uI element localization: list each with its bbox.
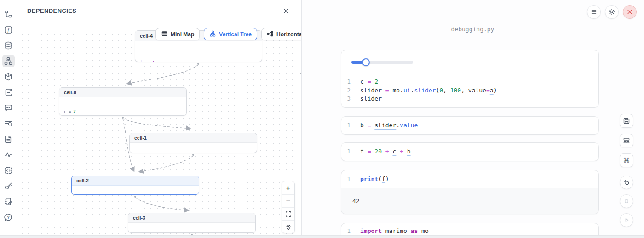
logs-icon[interactable] (2, 117, 15, 130)
cells-column: 1c = 2 2slider = mo.ui.slider(0, 100, va… (341, 50, 599, 238)
code-line: slider (355, 95, 382, 103)
line-number: 1 (341, 147, 355, 156)
graph-node-code: print(f) (128, 223, 255, 233)
code-line: import marimo as mo (355, 227, 429, 236)
graph-node-title: cell-3 (128, 213, 255, 223)
gear-icon (608, 8, 615, 16)
chat-icon[interactable] (2, 102, 15, 114)
keyboard-shortcuts-button[interactable]: ⌘ (620, 153, 633, 167)
help-icon[interactable]: ? (2, 211, 15, 223)
code-editor[interactable]: 1f = 20 + c + b (341, 143, 598, 161)
zoom-out-button[interactable]: − (282, 194, 294, 207)
slider-thumb[interactable] (362, 58, 370, 66)
code-editor[interactable]: 1b = slider.value (341, 117, 598, 135)
play-icon (623, 217, 630, 223)
graph-node-code: f = 20 + c + b (72, 186, 199, 195)
cell-slider: 1c = 2 2slider = mo.ui.slider(0, 100, va… (341, 50, 599, 108)
line-number: 2 (341, 86, 355, 95)
map-pin-icon (285, 224, 292, 230)
notebook-icon[interactable] (2, 195, 15, 208)
stop-button[interactable] (620, 194, 633, 208)
graph-settings-button[interactable] (300, 68, 301, 78)
datasources-icon[interactable] (2, 39, 15, 51)
graph-node-code: b = slider.value (130, 143, 257, 153)
code-line: print(f) (355, 175, 389, 184)
scratchpad-icon[interactable] (2, 86, 15, 98)
tracing-icon[interactable] (2, 148, 15, 161)
layout-button[interactable] (620, 134, 633, 147)
zoom-in-button[interactable]: + (282, 181, 294, 194)
graph-node-code: c = 2 slider = mo.ui.slider(0, 100, valu… (59, 97, 186, 116)
layout-icon (623, 137, 630, 144)
undo-button[interactable] (620, 176, 633, 189)
graph-view-toolbar: Mini Map Vertical Tree Horizontal Tree (155, 28, 301, 40)
app-window: f ? DEPENDENCIES (0, 0, 644, 238)
hamburger-icon (591, 9, 597, 15)
cell-output-slider (341, 50, 598, 74)
minus-icon: − (286, 197, 291, 205)
notebook-side-actions: ⌘ (620, 114, 633, 232)
undo-icon (623, 179, 630, 186)
code-editor[interactable]: 1c = 2 2slider = mo.ui.slider(0, 100, va… (341, 74, 598, 107)
graph-node-cell-1[interactable]: cell-1 b = slider.value (129, 133, 257, 153)
secrets-icon[interactable] (2, 180, 15, 192)
panel-close-button[interactable] (281, 6, 291, 16)
code-line: c = 2 (355, 78, 378, 86)
svg-text:f: f (8, 27, 10, 32)
documentation-icon[interactable] (2, 133, 15, 145)
locate-button[interactable] (282, 220, 294, 233)
menu-button[interactable] (587, 5, 601, 19)
plus-icon: + (286, 184, 291, 192)
mini-map-icon (161, 30, 168, 39)
code-editor[interactable]: 1print(f) (341, 170, 598, 188)
graph-node-cell-0[interactable]: cell-0 c = 2 slider = mo.ui.slider(0, 10… (59, 87, 187, 116)
close-icon (627, 9, 632, 15)
fullscreen-icon (285, 211, 292, 217)
cell-f: 1f = 20 + c + b (341, 142, 599, 161)
line-number: 1 (341, 78, 355, 86)
graph-node-title: cell-1 (130, 133, 257, 143)
code-line: f = 20 + c + b (355, 147, 411, 156)
settings-button[interactable] (605, 5, 619, 19)
shutdown-button[interactable] (623, 5, 637, 19)
fit-view-button[interactable] (282, 207, 294, 220)
packages-icon[interactable] (2, 70, 15, 83)
dependencies-header: DEPENDENCIES (17, 0, 301, 22)
slider-control[interactable] (351, 61, 413, 64)
notebook-filename: debugging.py (302, 26, 644, 33)
code-line: slider = mo.ui.slider(0, 100, value=a) (355, 86, 497, 95)
vertical-tree-toggle[interactable]: Vertical Tree (204, 28, 257, 40)
cell-print: 1print(f) 42 (341, 170, 599, 215)
line-number: 1 (341, 121, 355, 130)
vertical-tree-label: Vertical Tree (219, 31, 252, 38)
line-number: 3 (341, 95, 355, 103)
variables-icon[interactable]: f (2, 23, 15, 36)
window-bottom-edge (0, 235, 644, 238)
dependency-graph-icon[interactable] (2, 55, 15, 67)
line-number: 1 (341, 175, 355, 184)
command-icon: ⌘ (623, 157, 630, 164)
cell-console-output: 42 (341, 188, 598, 214)
mini-map-toggle[interactable]: Mini Map (155, 28, 200, 40)
snippets-icon[interactable] (2, 164, 15, 176)
graph-node-cell-3[interactable]: cell-3 print(f) (128, 213, 256, 233)
cell-b: 1b = slider.value (341, 116, 599, 135)
mini-map-label: Mini Map (171, 31, 194, 38)
graph-zoom-controls: + − (282, 181, 295, 233)
stop-icon (623, 198, 630, 204)
horizontal-tree-icon (267, 30, 274, 39)
graph-node-title: cell-0 (59, 88, 186, 97)
code-line: b = slider.value (355, 121, 418, 130)
save-button[interactable] (620, 114, 633, 128)
svg-text:?: ? (7, 215, 9, 220)
notebook-panel: debugging.py 1c = 2 2slider = mo.ui.slid… (302, 0, 644, 238)
run-button[interactable] (620, 213, 633, 227)
dependencies-panel: DEPENDENCIES (17, 0, 302, 238)
activity-bar: f ? (0, 0, 17, 238)
save-icon (623, 117, 630, 125)
file-explorer-icon[interactable] (2, 8, 15, 20)
horizontal-tree-toggle[interactable]: Horizontal Tree (261, 28, 301, 40)
dependency-graph-canvas[interactable]: cell-4 import marimo as mo a = 20 cell-0… (17, 22, 301, 238)
graph-node-cell-2[interactable]: cell-2 f = 20 + c + b (71, 176, 199, 195)
graph-node-title: cell-2 (72, 176, 199, 186)
